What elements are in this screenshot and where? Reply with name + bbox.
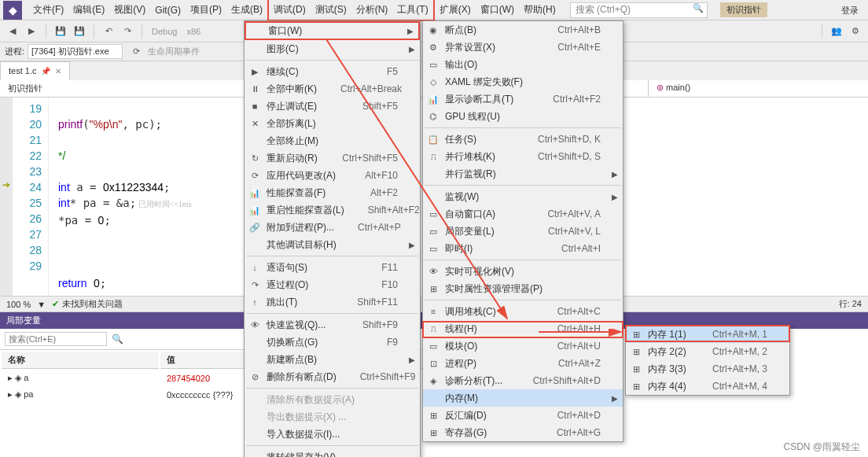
highlight-debug-menus: 调试(D) 测试(S) 分析(N) 工具(T) [267, 0, 435, 21]
menu-item[interactable]: 📊显示诊断工具(T)Ctrl+Alt+F2 [423, 90, 623, 108]
undo-icon[interactable]: ↶ [101, 24, 116, 39]
live-share-icon[interactable]: 👥 [829, 24, 844, 39]
menu-item[interactable]: 👁实时可视化树(V) [423, 263, 623, 280]
menu-item[interactable]: 导出数据提示(X) ... [245, 408, 420, 426]
search-box[interactable]: 搜索 (Ctrl+Q) [570, 2, 708, 18]
menu-help[interactable]: 帮助(H) [519, 0, 561, 20]
settings-icon[interactable]: ⚙ [848, 24, 863, 39]
menu-item[interactable]: ⎍并行堆栈(K)Ctrl+Shift+D, S [423, 148, 623, 165]
menu-item[interactable]: ↑跳出(T)Shift+F11 [245, 293, 420, 311]
menu-item[interactable]: ⟳应用代码更改(A)Alt+F10 [245, 167, 420, 184]
menu-label: 诊断分析(T)... [445, 374, 509, 388]
menu-item[interactable]: ≡调用堆栈(C)Ctrl+Alt+C [423, 303, 623, 320]
menu-item[interactable]: 新建断点(B)▶ [245, 351, 420, 368]
menu-debug[interactable]: 调试(D) [269, 0, 311, 20]
menu-label: 其他调试目标(H) [267, 238, 398, 252]
menu-extensions[interactable]: 扩展(X) [435, 0, 476, 20]
breadcrumb[interactable]: 初识指针 [0, 80, 50, 97]
menu-item[interactable]: 将转储另存为(V)... [245, 448, 420, 457]
right-crumb[interactable]: main() [666, 83, 690, 92]
menu-test[interactable]: 测试(S) [311, 0, 351, 20]
menu-item[interactable]: ■停止调试(E)Shift+F5 [245, 98, 420, 115]
menu-item[interactable]: 导入数据提示(I)... [245, 426, 420, 443]
menu-item[interactable]: 全部终止(M) [245, 132, 420, 149]
menu-item[interactable]: 📊性能探查器(F)Alt+F2 [245, 184, 420, 201]
menu-item[interactable]: 并行监视(R)▶ [423, 165, 623, 182]
menu-icon: ⊞ [629, 330, 643, 340]
menu-analyze[interactable]: 分析(N) [351, 0, 393, 20]
redo-icon[interactable]: ↷ [120, 24, 135, 39]
menu-item[interactable]: 其他调试目标(H)▶ [245, 236, 420, 253]
menu-icon: ▭ [426, 209, 440, 219]
menu-item[interactable]: ▭即时(I)Ctrl+Alt+I [423, 240, 623, 257]
menu-item[interactable]: ⊞反汇编(D)Ctrl+Alt+D [423, 407, 623, 424]
menu-item[interactable]: 📋任务(S)Ctrl+Shift+D, K [423, 131, 623, 148]
menu-edit[interactable]: 编辑(E) [68, 0, 109, 20]
menu-item[interactable]: ⚙异常设置(X)Ctrl+Alt+E [423, 39, 623, 56]
menu-item[interactable]: ⎍线程(H)Ctrl+Alt+H [423, 320, 623, 337]
login-link[interactable]: 登录 [841, 5, 859, 17]
menu-item[interactable]: ◉断点(B)Ctrl+Alt+B [423, 21, 623, 39]
menu-item[interactable]: ▭局部变量(L)Ctrl+Alt+V, L [423, 223, 623, 240]
indicator-margin[interactable]: ➔ [0, 98, 13, 296]
menu-git[interactable]: Git(G) [150, 2, 186, 19]
menu-item[interactable]: 窗口(W)▶ [245, 21, 420, 40]
menu-item[interactable]: ↷逐过程(O)F10 [245, 276, 420, 293]
menu-item[interactable]: 内存(M)▶ [423, 389, 623, 407]
menu-build[interactable]: 生成(B) [226, 0, 267, 20]
menu-item[interactable]: ⊡进程(P)Ctrl+Alt+Z [423, 355, 623, 372]
menu-item[interactable]: 🔗附加到进程(P)...Ctrl+Alt+P [245, 219, 420, 236]
locals-search[interactable] [5, 332, 107, 346]
pin-icon[interactable]: 📌 [41, 67, 50, 76]
save-all-icon[interactable]: 💾 [72, 24, 87, 39]
menu-item[interactable]: ⊞内存 4(4)Ctrl+Alt+M, 4 [626, 378, 789, 395]
menu-item[interactable]: ⌬GPU 线程(U) [423, 108, 623, 125]
col-name[interactable]: 名称 [2, 352, 159, 369]
menu-label: 内存 2(2) [648, 345, 689, 359]
menu-icon: ✕ [248, 119, 262, 129]
menu-shortcut: Ctrl+Alt+C [557, 306, 601, 317]
tab-file[interactable]: test 1.c 📌 ✕ [0, 61, 70, 80]
menu-window[interactable]: 窗口(W) [476, 0, 519, 20]
menu-item[interactable]: 📊重启性能探查器(L)Shift+Alt+F2 [245, 201, 420, 219]
lifecycle-icon[interactable]: ⟳ [129, 44, 145, 60]
menu-shortcut: Ctrl+Shift+D, S [538, 151, 601, 162]
platform-config[interactable]: x86 [183, 27, 204, 36]
menu-item[interactable]: ⏸全部中断(K)Ctrl+Alt+Break [245, 80, 420, 98]
menu-item[interactable]: ⊞内存 3(3)Ctrl+Alt+M, 3 [626, 360, 789, 378]
menu-label: 逐语句(S) [267, 261, 358, 275]
menu-item[interactable]: ▶继续(C)F5 [245, 63, 420, 80]
menu-item[interactable]: ◇XAML 绑定失败(F) [423, 73, 623, 90]
close-icon[interactable]: ✕ [55, 67, 61, 76]
save-icon[interactable]: 💾 [53, 24, 68, 39]
menu-icon: ◉ [426, 25, 440, 35]
menu-item[interactable]: ◈诊断分析(T)...Ctrl+Shift+Alt+D [423, 372, 623, 389]
menu-item[interactable]: 👁快速监视(Q)...Shift+F9 [245, 316, 420, 334]
menu-shortcut: Ctrl+Alt+B [557, 24, 601, 35]
menu-item[interactable]: ▭输出(O) [423, 56, 623, 73]
process-combo[interactable]: [7364] 初识指针.exe [28, 44, 122, 59]
menu-item[interactable]: 清除所有数据提示(A) [245, 391, 420, 408]
fwd-icon[interactable]: ▶ [24, 24, 39, 39]
menu-item[interactable]: ↻重新启动(R)Ctrl+Shift+F5 [245, 149, 420, 167]
menu-view[interactable]: 视图(V) [109, 0, 150, 20]
menu-item[interactable]: 图形(C)▶ [245, 40, 420, 57]
menu-item[interactable]: ▭模块(O)Ctrl+Alt+U [423, 337, 623, 355]
search-icon[interactable]: 🔍 [112, 334, 123, 345]
menu-item[interactable]: ⊞寄存器(G)Ctrl+Alt+G [423, 424, 623, 441]
menu-item[interactable]: ⊞实时属性资源管理器(P) [423, 280, 623, 297]
zoom-level[interactable]: 100 % [6, 300, 31, 309]
menu-item[interactable]: ▭自动窗口(A)Ctrl+Alt+V, A [423, 205, 623, 223]
menu-item[interactable]: ↓逐语句(S)F11 [245, 259, 420, 276]
menu-item[interactable]: 切换断点(G)F9 [245, 334, 420, 351]
menu-project[interactable]: 项目(P) [186, 0, 226, 20]
back-icon[interactable]: ◀ [5, 24, 20, 39]
debug-config[interactable]: Debug [149, 27, 180, 36]
menu-item[interactable]: ⊘删除所有断点(D)Ctrl+Shift+F9 [245, 368, 420, 385]
menu-item[interactable]: ✕全部拆离(L) [245, 115, 420, 132]
menu-file[interactable]: 文件(F) [28, 0, 68, 20]
menu-item[interactable]: ⊞内存 2(2)Ctrl+Alt+M, 2 [626, 343, 789, 360]
menu-item[interactable]: 监视(W)▶ [423, 188, 623, 205]
menu-item[interactable]: ⊞内存 1(1)Ctrl+Alt+M, 1 [626, 326, 789, 343]
menu-tools[interactable]: 工具(T) [392, 0, 432, 20]
